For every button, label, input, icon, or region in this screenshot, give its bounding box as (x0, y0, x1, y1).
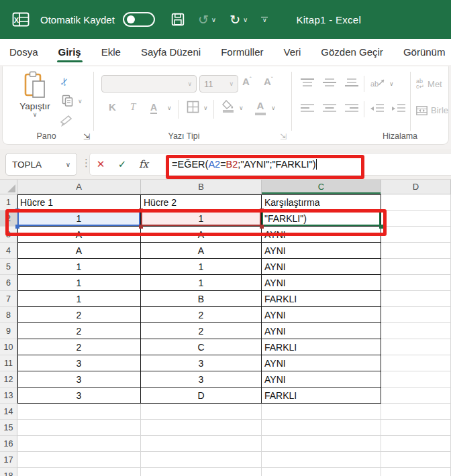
merge-center-button[interactable]: Birle (416, 105, 448, 115)
tab-veri[interactable]: Veri (282, 41, 302, 64)
range-handle[interactable] (15, 209, 19, 213)
wrap-text-button[interactable]: abc↵ Met (416, 78, 442, 89)
cell-C16[interactable] (262, 436, 381, 452)
cell-A12[interactable]: 3 (17, 371, 141, 388)
copy-icon[interactable] (62, 95, 73, 107)
cell-A3[interactable]: A (17, 227, 141, 243)
cell-B12[interactable]: 3 (141, 371, 262, 388)
italic-button[interactable]: T (130, 101, 136, 113)
cell-B10[interactable]: C (141, 339, 262, 355)
bold-button[interactable]: K (109, 101, 116, 113)
borders-chevron-icon[interactable]: ∨ (203, 105, 208, 111)
range-handle[interactable] (139, 209, 143, 213)
range-handle[interactable] (139, 225, 143, 229)
cell-D3[interactable] (381, 227, 451, 243)
cell-B6[interactable]: 1 (141, 275, 262, 291)
cell-D18[interactable] (381, 468, 451, 476)
row-header-9[interactable]: 9 (0, 323, 17, 339)
fill-handle[interactable] (379, 225, 383, 229)
cell-A6[interactable]: 1 (17, 275, 141, 291)
cell-C9[interactable]: AYNI (262, 323, 381, 339)
cell-A7[interactable]: 1 (17, 291, 141, 307)
cell-B14[interactable] (141, 404, 262, 420)
copy-chevron-icon[interactable]: ∨ (78, 98, 83, 105)
redo-icon[interactable]: ↻ (230, 13, 240, 26)
font-color-button[interactable]: A (255, 100, 266, 115)
autosave-toggle[interactable] (123, 12, 155, 27)
cell-D9[interactable] (381, 323, 451, 339)
cell-D4[interactable] (381, 243, 451, 259)
row-header-10[interactable]: 10 (0, 339, 17, 355)
format-painter-icon[interactable] (59, 115, 72, 128)
formula-input[interactable]: =EĞER(A2=B2;"AYNI";"FARKLI") (172, 159, 317, 170)
cell-A14[interactable] (17, 404, 141, 420)
cut-icon[interactable]: ✂ (58, 76, 72, 88)
cell-C5[interactable]: AYNI (262, 259, 381, 275)
cell-A15[interactable] (17, 420, 141, 436)
cell-B7[interactable]: B (141, 291, 262, 307)
cell-B16[interactable] (141, 436, 262, 452)
cell-B1[interactable]: Hücre 2 (141, 194, 262, 211)
cell-D6[interactable] (381, 275, 451, 291)
cell-B18[interactable] (141, 468, 262, 476)
cell-C14[interactable] (262, 404, 381, 420)
cell-C13[interactable]: FARKLI (262, 388, 381, 404)
align-bottom-icon[interactable] (345, 78, 358, 88)
cell-B8[interactable]: 2 (141, 307, 262, 323)
borders-icon[interactable] (187, 101, 199, 113)
tab-görünüm[interactable]: Görünüm (402, 41, 447, 64)
row-header-17[interactable]: 17 (0, 452, 17, 468)
cell-C17[interactable] (262, 452, 381, 468)
row-header-18[interactable]: 18 (0, 468, 17, 476)
row-header-4[interactable]: 4 (0, 243, 17, 259)
cell-C18[interactable] (262, 468, 381, 476)
cell-A9[interactable]: 2 (17, 323, 141, 339)
cell-B5[interactable]: 1 (141, 259, 262, 275)
row-header-12[interactable]: 12 (0, 371, 17, 388)
orientation-button[interactable]: ab (370, 76, 385, 89)
tab-dosya[interactable]: Dosya (8, 41, 40, 64)
decrease-font-size-button[interactable]: Aˇ (264, 76, 273, 88)
row-header-11[interactable]: 11 (0, 355, 17, 371)
cell-A4[interactable]: A (17, 243, 141, 259)
cell-D11[interactable] (381, 355, 451, 371)
cell-A11[interactable]: 3 (17, 355, 141, 371)
underline-button[interactable]: A (150, 101, 157, 114)
cell-A18[interactable] (17, 468, 141, 476)
range-handle[interactable] (260, 209, 264, 213)
row-header-13[interactable]: 13 (0, 388, 17, 404)
cell-D13[interactable] (381, 388, 451, 404)
cell-D7[interactable] (381, 291, 451, 307)
cancel-icon[interactable]: ✕ (90, 158, 111, 170)
cell-B3[interactable]: A (141, 227, 262, 243)
column-header-D[interactable]: D (381, 180, 451, 194)
increase-font-size-button[interactable]: Aˆ (242, 76, 252, 88)
cell-D17[interactable] (381, 452, 451, 468)
cell-D1[interactable] (381, 194, 451, 211)
cell-D16[interactable] (381, 436, 451, 452)
row-header-8[interactable]: 8 (0, 307, 17, 323)
cell-B15[interactable] (141, 420, 262, 436)
insert-function-icon[interactable]: fx (133, 158, 154, 170)
undo-icon[interactable]: ↺ (198, 13, 209, 26)
cell-B17[interactable] (141, 452, 262, 468)
cell-A10[interactable]: 2 (17, 339, 141, 355)
redo-chevron-icon[interactable]: ∨ (243, 16, 248, 23)
cell-C2[interactable]: "FARKLI") (262, 211, 381, 227)
cell-B11[interactable]: 3 (141, 355, 262, 371)
cell-A13[interactable]: 3 (17, 388, 141, 404)
column-header-A[interactable]: A (17, 180, 141, 194)
row-header-5[interactable]: 5 (0, 259, 17, 275)
range-handle[interactable] (260, 225, 264, 229)
font-dialog-launcher-icon[interactable]: ⇲ (280, 132, 287, 141)
cell-D5[interactable] (381, 259, 451, 275)
increase-indent-icon[interactable] (391, 104, 405, 113)
fill-color-button[interactable] (222, 100, 234, 113)
align-right-icon[interactable] (345, 104, 358, 113)
font-color-chevron-icon[interactable]: ∨ (271, 105, 276, 111)
cell-B9[interactable]: 2 (141, 323, 262, 339)
cell-A16[interactable] (17, 436, 141, 452)
row-header-14[interactable]: 14 (0, 404, 17, 420)
tab-gözden-geçir[interactable]: Gözden Geçir (319, 41, 385, 64)
quick-access-menu-icon[interactable]: ∨ (261, 17, 268, 23)
